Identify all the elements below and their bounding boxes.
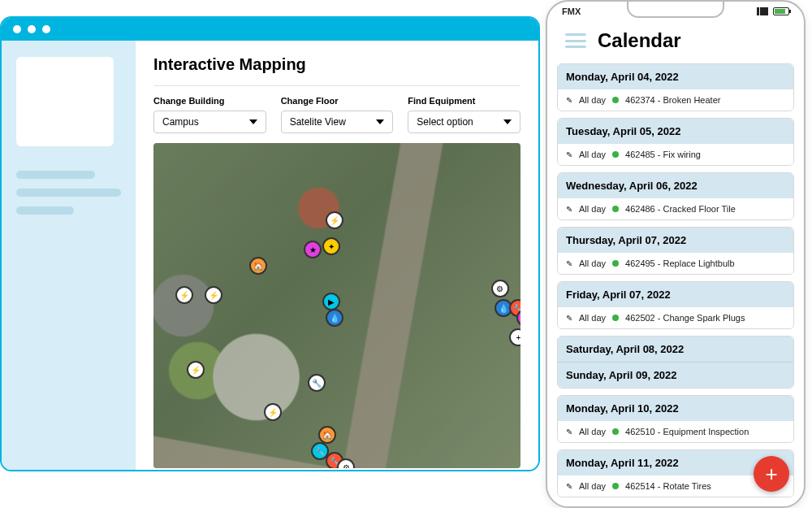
map-pin[interactable]: 🏠 <box>249 257 267 275</box>
allday-label: All day <box>579 204 606 214</box>
status-dot-icon <box>612 151 619 158</box>
filter-building: Change Building Campus <box>153 96 266 133</box>
calendar-event-row[interactable]: ✎All day462495 - Replace Lightbulb <box>558 253 793 274</box>
event-detail: 462502 - Change Spark Plugs <box>625 313 745 323</box>
filter-label: Change Floor <box>281 96 394 106</box>
interactive-map[interactable]: ⚡★✦🏠⚡⚡▶💧⚙💧🔧▶+⚡🔧⚡🏠🔧🔧⚙ <box>153 143 520 468</box>
allday-label: All day <box>579 150 606 159</box>
calendar-date-header: Tuesday, April 05, 2022 <box>558 119 793 144</box>
calendar-event-row[interactable]: ✎All day462485 - Fix wiring <box>558 144 793 165</box>
event-detail: 462510 - Equipment Inspection <box>625 427 749 436</box>
building-select[interactable]: Campus <box>153 111 266 133</box>
caret-down-icon <box>376 119 384 124</box>
phone-notch <box>627 2 724 18</box>
calendar-event-row[interactable]: ✎All day462486 - Cracked Floor Tile <box>558 198 793 219</box>
window-control-dot[interactable] <box>13 25 21 33</box>
add-button[interactable]: + <box>754 456 789 492</box>
app-header: Calendar <box>547 21 804 63</box>
filter-label: Find Equipment <box>408 96 520 106</box>
edit-icon: ✎ <box>566 96 572 105</box>
sidebar <box>2 41 136 470</box>
calendar-date-header: Monday, April 10, 2022 <box>558 396 793 421</box>
map-pin[interactable]: ⚡ <box>187 361 205 379</box>
allday-label: All day <box>579 481 606 491</box>
event-detail: 462514 - Rotate Tires <box>625 481 711 491</box>
calendar-item[interactable]: Tuesday, April 05, 2022✎All day462485 - … <box>557 118 794 166</box>
window-control-dot[interactable] <box>28 25 36 33</box>
calendar-date-header: Saturday, April 08, 2022 <box>558 336 793 362</box>
menu-icon[interactable] <box>565 33 586 48</box>
map-pin[interactable]: ⚡ <box>175 286 193 304</box>
caret-down-icon <box>249 119 257 124</box>
map-pin[interactable]: ⚡ <box>326 211 343 229</box>
calendar-date-header: Monday, April 04, 2022 <box>558 64 793 89</box>
calendar-event-row[interactable]: ✎All day462510 - Equipment Inspection <box>558 421 793 442</box>
titlebar <box>2 18 538 41</box>
calendar-event-row[interactable]: ✎All day462502 - Change Spark Plugs <box>558 307 793 328</box>
calendar-item[interactable]: Friday, April 07, 2022✎All day462502 - C… <box>557 281 794 329</box>
edit-icon: ✎ <box>566 259 572 268</box>
signal-icon <box>757 7 768 15</box>
calendar-date-header: Sunday, April 09, 2022 <box>558 362 793 388</box>
filter-row: Change Building Campus Change Floor Sate… <box>153 85 520 133</box>
map-pin[interactable]: ⚙ <box>337 458 355 468</box>
equipment-select[interactable]: Select option <box>408 111 520 133</box>
calendar-item[interactable]: Saturday, April 08, 2022Sunday, April 09… <box>557 336 794 389</box>
edit-icon: ✎ <box>566 205 572 214</box>
map-pin[interactable]: ⚡ <box>205 286 222 304</box>
calendar-item[interactable]: Monday, April 10, 2022✎All day462510 - E… <box>557 395 794 443</box>
event-detail: 462374 - Broken Heater <box>625 95 720 105</box>
edit-icon: ✎ <box>566 314 572 323</box>
sidebar-item[interactable] <box>16 189 121 197</box>
map-pin[interactable]: 💧 <box>326 309 343 327</box>
map-pin[interactable]: ⚙ <box>491 280 509 297</box>
edit-icon: ✎ <box>566 482 572 491</box>
filter-floor: Change Floor Satelite View <box>281 96 394 133</box>
floor-select[interactable]: Satelite View <box>281 111 394 133</box>
status-dot-icon <box>612 428 619 435</box>
app-title: Calendar <box>598 29 681 52</box>
map-pin[interactable]: 🔧 <box>308 374 326 392</box>
carrier-label: FMX <box>562 7 581 16</box>
sidebar-item[interactable] <box>16 171 95 179</box>
allday-label: All day <box>579 95 606 105</box>
status-dot-icon <box>612 483 619 489</box>
calendar-date-header: Wednesday, April 06, 2022 <box>558 173 793 198</box>
battery-icon <box>773 7 789 15</box>
map-pin[interactable]: ✦ <box>322 237 340 255</box>
calendar-date-header: Thursday, April 07, 2022 <box>558 228 793 253</box>
calendar-event-row[interactable]: ✎All day462374 - Broken Heater <box>558 89 793 111</box>
calendar-date-header: Friday, April 07, 2022 <box>558 282 793 307</box>
event-detail: 462485 - Fix wiring <box>625 150 701 159</box>
status-dot-icon <box>612 206 619 212</box>
mobile-device: FMX Calendar Monday, April 04, 2022✎All … <box>546 0 806 508</box>
desktop-browser-window: Interactive Mapping Change Building Camp… <box>0 16 540 471</box>
status-dot-icon <box>612 260 619 267</box>
status-dot-icon <box>612 315 619 321</box>
calendar-item[interactable]: Thursday, April 07, 2022✎All day462495 -… <box>557 227 794 275</box>
calendar-item[interactable]: Monday, April 04, 2022✎All day462374 - B… <box>557 63 794 111</box>
status-dot-icon <box>612 97 619 103</box>
calendar-list[interactable]: Monday, April 04, 2022✎All day462374 - B… <box>547 63 804 503</box>
map-pin[interactable]: 🏠 <box>318 426 336 444</box>
filter-equipment: Find Equipment Select option <box>408 96 520 133</box>
event-detail: 462495 - Replace Lightbulb <box>625 258 735 268</box>
allday-label: All day <box>579 427 606 436</box>
map-pin[interactable]: ▶ <box>322 293 340 310</box>
map-pin[interactable]: ⚡ <box>264 403 282 421</box>
filter-label: Change Building <box>153 96 266 106</box>
edit-icon: ✎ <box>566 428 572 436</box>
map-pin[interactable]: ★ <box>304 241 322 258</box>
main-content: Interactive Mapping Change Building Camp… <box>136 41 538 470</box>
sidebar-item[interactable] <box>16 206 74 215</box>
logo-placeholder <box>16 57 114 146</box>
select-value: Satelite View <box>290 116 346 128</box>
select-value: Campus <box>162 116 199 128</box>
event-detail: 462486 - Cracked Floor Tile <box>625 204 736 214</box>
calendar-item[interactable]: Wednesday, April 06, 2022✎All day462486 … <box>557 172 794 220</box>
select-value: Select option <box>417 116 473 128</box>
map-pin[interactable]: + <box>509 328 520 346</box>
allday-label: All day <box>579 313 606 323</box>
window-control-dot[interactable] <box>42 25 50 33</box>
allday-label: All day <box>579 258 606 268</box>
